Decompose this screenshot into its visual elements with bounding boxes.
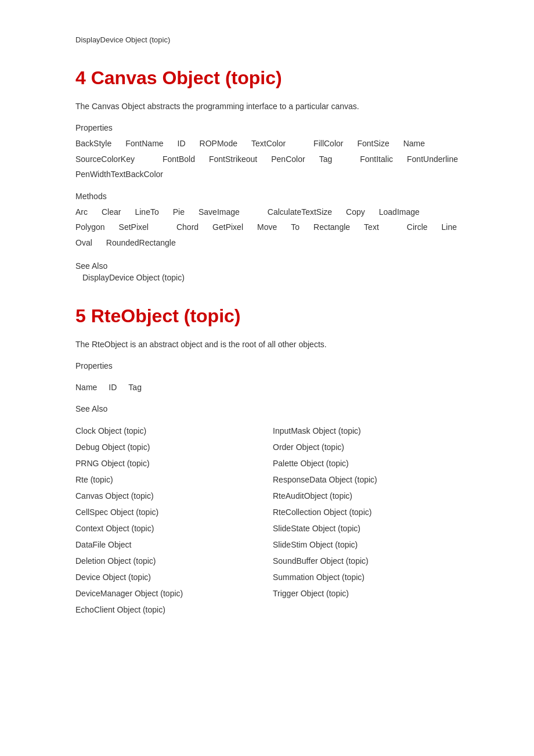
- prop-fontitalic: FontItalic: [360, 152, 393, 167]
- sa-slidestim[interactable]: SlideStim Object (topic): [273, 537, 459, 553]
- sa-cellspec[interactable]: CellSpec Object (topic): [75, 504, 261, 520]
- s5-prop-tag: Tag: [128, 380, 142, 395]
- method-to: To: [291, 219, 300, 235]
- sa-empty: [273, 602, 459, 618]
- prop-fillcolor: FillColor: [313, 136, 343, 152]
- prop-fontunderline: FontUnderline: [407, 152, 458, 167]
- method-rectangle: Rectangle: [313, 219, 350, 235]
- method-getpixel: GetPixel: [212, 219, 243, 235]
- section5-description: The RteObject is an abstract object and …: [75, 339, 459, 351]
- breadcrumb-link[interactable]: DisplayDevice Object (topic): [75, 35, 170, 44]
- prop-penwidth: PenWidthTextBackColor: [75, 167, 163, 182]
- method-chord: Chord: [176, 219, 199, 235]
- s5-prop-id: ID: [109, 380, 117, 395]
- method-clear: Clear: [102, 204, 121, 220]
- s5-prop-name: Name: [75, 380, 97, 395]
- sa-slidestate[interactable]: SlideState Object (topic): [273, 520, 459, 537]
- sa-devicemanager[interactable]: DeviceManager Object (topic): [75, 585, 261, 602]
- section5-title: 5 RteObject (topic): [75, 305, 459, 327]
- prop-fontsize: FontSize: [357, 136, 389, 152]
- prop-textcolor: TextColor: [251, 136, 286, 152]
- prop-tag: Tag: [319, 152, 333, 167]
- method-text: Text: [364, 219, 379, 235]
- method-polygon: Polygon: [75, 219, 105, 235]
- sa-inputmask[interactable]: InputMask Object (topic): [273, 423, 459, 439]
- section4-see-also-link[interactable]: DisplayDevice Object (topic): [75, 273, 459, 282]
- sa-trigger[interactable]: Trigger Object (topic): [273, 585, 459, 602]
- sa-debug[interactable]: Debug Object (topic): [75, 439, 261, 455]
- section4-methods-label: Methods: [75, 192, 459, 201]
- method-setpixel: SetPixel: [119, 219, 149, 235]
- sa-prng[interactable]: PRNG Object (topic): [75, 455, 261, 471]
- method-move: Move: [257, 219, 277, 235]
- method-saveimage: SaveImage: [199, 204, 240, 220]
- method-calculatetextsize: CalculateTextSize: [268, 204, 332, 220]
- method-pie: Pie: [173, 204, 185, 220]
- prop-ropmode: ROPMode: [200, 136, 237, 152]
- method-line: Line: [442, 219, 457, 235]
- sa-summation[interactable]: Summation Object (topic): [273, 569, 459, 585]
- section4-title: 4 Canvas Object (topic): [75, 67, 459, 89]
- prop-pencolor: PenColor: [271, 152, 305, 167]
- prop-fontbold: FontBold: [163, 152, 195, 167]
- section5-properties-items: Name ID Tag: [75, 380, 459, 395]
- prop-fontstrikeout: FontStrikeout: [209, 152, 257, 167]
- prop-sourcecolorkey: SourceColorKey: [75, 152, 135, 167]
- sa-responsedata[interactable]: ResponseData Object (topic): [273, 471, 459, 488]
- method-loadimage: LoadImage: [379, 204, 420, 220]
- sa-echoclient[interactable]: EchoClient Object (topic): [75, 602, 261, 618]
- sa-order[interactable]: Order Object (topic): [273, 439, 459, 455]
- prop-fontname: FontName: [125, 136, 163, 152]
- section4-description: The Canvas Object abstracts the programm…: [75, 100, 459, 113]
- method-oval: Oval: [75, 235, 92, 251]
- sa-device[interactable]: Device Object (topic): [75, 569, 261, 585]
- prop-backstyle: BackStyle: [75, 136, 111, 152]
- section5-properties-label: Properties: [75, 361, 459, 370]
- section4-properties-label: Properties: [75, 123, 459, 132]
- sa-canvas[interactable]: Canvas Object (topic): [75, 488, 261, 504]
- section4-see-also-label: See Also: [75, 261, 459, 271]
- section5-see-also-table: Clock Object (topic) InputMask Object (t…: [75, 423, 459, 618]
- method-arc: Arc: [75, 204, 88, 220]
- prop-name: Name: [403, 136, 425, 152]
- sa-rteaudit[interactable]: RteAuditObject (topic): [273, 488, 459, 504]
- sa-soundbuffer[interactable]: SoundBuffer Object (topic): [273, 553, 459, 569]
- prop-id: ID: [178, 136, 186, 152]
- method-circle: Circle: [407, 219, 428, 235]
- method-lineto: LineTo: [135, 204, 158, 220]
- breadcrumb: DisplayDevice Object (topic): [75, 35, 459, 44]
- section4-properties-grid: BackStyle FontName ID ROPMode TextColor …: [75, 136, 459, 182]
- sa-clock[interactable]: Clock Object (topic): [75, 423, 261, 439]
- sa-datafile[interactable]: DataFile Object: [75, 537, 261, 553]
- method-copy: Copy: [346, 204, 365, 220]
- method-roundedrectangle: RoundedRectangle: [106, 235, 176, 251]
- sa-rte[interactable]: Rte (topic): [75, 471, 261, 488]
- sa-context[interactable]: Context Object (topic): [75, 520, 261, 537]
- sa-palette[interactable]: Palette Object (topic): [273, 455, 459, 471]
- sa-rtecollection[interactable]: RteCollection Object (topic): [273, 504, 459, 520]
- section4-methods-grid: Arc Clear LineTo Pie SaveImage Calculate…: [75, 204, 459, 251]
- sa-deletion[interactable]: Deletion Object (topic): [75, 553, 261, 569]
- section5-see-also-label: See Also: [75, 404, 459, 413]
